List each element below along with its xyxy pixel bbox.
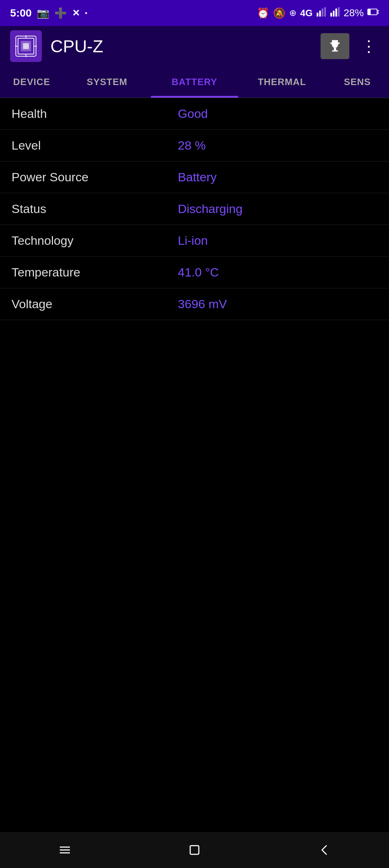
tab-sens[interactable]: SENS <box>326 66 389 98</box>
table-row: Voltage 3696 mV <box>0 288 389 320</box>
location-icon: ⊕ <box>289 8 296 18</box>
battery-icon <box>367 7 379 19</box>
recent-apps-button[interactable] <box>43 839 86 861</box>
4g-icon: 4G <box>300 8 313 19</box>
value-status: Discharging <box>178 202 377 216</box>
value-temperature: 41.0 °C <box>178 265 377 279</box>
status-time: 5:00 <box>10 7 32 19</box>
instagram-icon: 📷 <box>37 7 49 19</box>
svg-rect-15 <box>23 43 29 49</box>
more-menu-button[interactable]: ⋮ <box>358 35 379 57</box>
header-actions: ⋮ <box>321 33 379 59</box>
battery-percent: 28% <box>344 7 364 19</box>
svg-rect-9 <box>368 9 371 14</box>
alarm-icon: ⏰ <box>257 7 269 19</box>
svg-rect-2 <box>322 8 323 16</box>
tab-battery[interactable]: BATTERY <box>151 66 238 98</box>
svg-rect-1 <box>319 10 321 16</box>
svg-rect-21 <box>332 50 338 52</box>
label-voltage: Voltage <box>12 297 178 311</box>
status-bar: 5:00 📷 ➕ ✕ • ⏰ 🔕 ⊕ 4G 28% <box>0 0 389 26</box>
app-header: CPU-Z ⋮ <box>0 26 389 66</box>
svg-rect-20 <box>334 48 336 50</box>
label-status: Status <box>12 202 178 216</box>
value-technology: Li-ion <box>178 234 377 248</box>
label-health: Health <box>12 107 178 121</box>
table-row: Temperature 41.0 °C <box>0 257 389 288</box>
value-level: 28 % <box>178 138 377 152</box>
mute-icon: 🔕 <box>273 7 286 19</box>
table-row: Health Good <box>0 98 389 130</box>
plus-icon: ➕ <box>54 7 67 19</box>
battery-table: Health Good Level 28 % Power Source Batt… <box>0 98 389 320</box>
svg-rect-25 <box>190 846 199 854</box>
svg-rect-6 <box>335 8 337 16</box>
nav-bar <box>0 832 389 868</box>
label-technology: Technology <box>12 234 178 248</box>
label-power-source: Power Source <box>12 170 178 184</box>
home-button[interactable] <box>173 839 216 861</box>
svg-rect-7 <box>338 7 340 17</box>
app-title: CPU-Z <box>50 36 312 56</box>
status-bar-left: 5:00 📷 ➕ ✕ • <box>10 7 87 19</box>
x-twitter-icon: ✕ <box>72 8 80 19</box>
table-row: Power Source Battery <box>0 161 389 193</box>
signal1-icon <box>316 7 326 19</box>
back-button[interactable] <box>303 839 346 861</box>
svg-rect-4 <box>330 13 332 17</box>
label-temperature: Temperature <box>12 265 178 279</box>
tab-system[interactable]: SYSTEM <box>63 66 151 98</box>
value-power-source: Battery <box>178 170 377 184</box>
table-row: Status Discharging <box>0 193 389 225</box>
signal2-icon <box>330 7 340 19</box>
tab-thermal[interactable]: THERMAL <box>238 66 326 98</box>
value-voltage: 3696 mV <box>178 297 377 311</box>
tab-device[interactable]: DEVICE <box>0 66 63 98</box>
table-row: Technology Li-ion <box>0 225 389 257</box>
table-row: Level 28 % <box>0 130 389 161</box>
svg-rect-3 <box>324 7 326 17</box>
svg-rect-5 <box>333 10 335 16</box>
value-health: Good <box>178 107 377 121</box>
status-bar-right: ⏰ 🔕 ⊕ 4G 28% <box>257 7 379 19</box>
label-level: Level <box>12 138 178 152</box>
tab-bar: DEVICE SYSTEM BATTERY THERMAL SENS <box>0 66 389 98</box>
svg-rect-0 <box>317 13 318 17</box>
dot-icon: • <box>85 9 87 17</box>
trophy-button[interactable] <box>321 33 349 59</box>
app-logo <box>10 30 42 62</box>
